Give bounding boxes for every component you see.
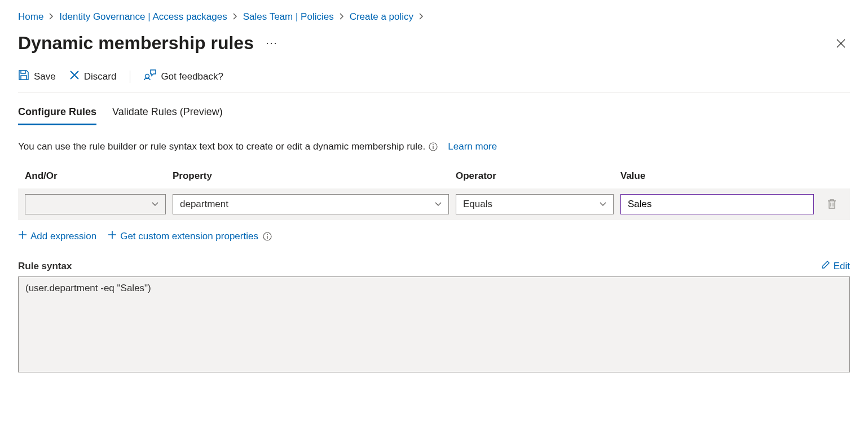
info-icon[interactable] [263, 232, 272, 241]
title-row: Dynamic membership rules ··· [18, 33, 850, 54]
add-expression-button[interactable]: Add expression [18, 230, 96, 242]
feedback-button[interactable]: Got feedback? [144, 69, 223, 84]
save-icon [18, 69, 29, 84]
rule-syntax-label: Rule syntax [18, 261, 72, 272]
property-dropdown[interactable]: department [173, 194, 449, 214]
svg-point-0 [146, 74, 149, 78]
svg-point-2 [433, 144, 434, 146]
edit-syntax-button[interactable]: Edit [821, 260, 850, 272]
header-property: Property [173, 170, 449, 182]
discard-label: Discard [84, 71, 117, 82]
delete-row-button[interactable] [821, 199, 843, 210]
help-text: You can use the rule builder or rule syn… [18, 141, 850, 152]
operator-value: Equals [463, 199, 492, 210]
breadcrumb-home[interactable]: Home [18, 11, 43, 23]
breadcrumb: Home Identity Governance | Access packag… [18, 11, 850, 23]
chevron-right-icon [233, 13, 237, 21]
chevron-down-icon [600, 200, 606, 208]
header-and-or: And/Or [25, 170, 166, 182]
tab-validate-rules[interactable]: Validate Rules (Preview) [112, 106, 223, 125]
tab-configure-rules[interactable]: Configure Rules [18, 106, 96, 125]
trash-icon [827, 199, 836, 210]
close-button[interactable] [832, 34, 850, 52]
toolbar-divider [130, 71, 130, 83]
rule-table-header: And/Or Property Operator Value [18, 170, 850, 188]
link-actions: Add expression Get custom extension prop… [18, 230, 850, 242]
chevron-right-icon [340, 13, 344, 21]
header-value: Value [620, 170, 814, 182]
chevron-down-icon [435, 200, 442, 208]
svg-point-4 [267, 234, 268, 235]
edit-label: Edit [834, 261, 850, 272]
close-icon [69, 70, 80, 83]
get-custom-extension-button[interactable]: Get custom extension properties [108, 230, 258, 242]
rule-row: department Equals [18, 188, 850, 220]
breadcrumb-create-policy[interactable]: Create a policy [350, 11, 413, 23]
operator-dropdown[interactable]: Equals [456, 194, 614, 214]
and-or-dropdown[interactable] [25, 194, 166, 214]
rule-syntax-textbox: (user.department -eq "Sales") [18, 276, 850, 372]
save-label: Save [34, 71, 56, 82]
add-expression-label: Add expression [30, 231, 96, 242]
value-input[interactable] [620, 194, 814, 214]
learn-more-link[interactable]: Learn more [448, 141, 497, 152]
save-button[interactable]: Save [18, 69, 56, 84]
chevron-right-icon [419, 13, 424, 21]
toolbar: Save Discard Got feedback? [18, 69, 850, 93]
breadcrumb-sales-team-policies[interactable]: Sales Team | Policies [243, 11, 334, 23]
page-title: Dynamic membership rules [18, 33, 254, 54]
plus-icon [18, 230, 27, 242]
help-description: You can use the rule builder or rule syn… [18, 141, 425, 152]
more-actions-button[interactable]: ··· [265, 37, 279, 50]
chevron-down-icon [152, 200, 158, 208]
info-icon[interactable] [429, 142, 438, 151]
discard-button[interactable]: Discard [69, 70, 117, 83]
feedback-icon [144, 69, 156, 84]
header-operator: Operator [456, 170, 614, 182]
breadcrumb-identity-governance[interactable]: Identity Governance | Access packages [59, 11, 227, 23]
tabs: Configure Rules Validate Rules (Preview) [18, 106, 850, 125]
get-custom-label: Get custom extension properties [120, 231, 258, 242]
property-value: department [180, 199, 228, 210]
chevron-right-icon [49, 13, 54, 21]
edit-icon [821, 260, 830, 272]
plus-icon [108, 230, 117, 242]
syntax-header: Rule syntax Edit [18, 260, 850, 272]
feedback-label: Got feedback? [161, 71, 223, 82]
